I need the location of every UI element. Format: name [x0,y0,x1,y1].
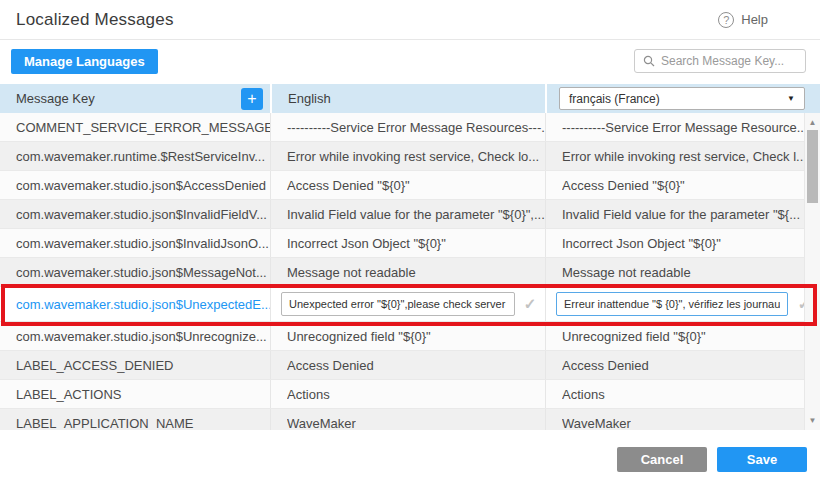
table-row[interactable]: com.wavemaker.studio.json$AccessDeniedAc… [0,171,820,200]
language-select[interactable]: français (France) ▼ [559,87,805,110]
english-cell[interactable]: Access Denied "${0}" [270,171,545,199]
french-text: Message not readable [562,265,691,280]
english-text: WaveMaker [287,416,356,431]
message-key-text: com.wavemaker.studio.json$AccessDenied [16,178,266,193]
english-text: Actions [287,387,330,402]
table-row[interactable]: COMMENT_SERVICE_ERROR_MESSAGES----------… [0,113,820,142]
french-text: Actions [562,387,605,402]
message-key-cell[interactable]: LABEL_APPLICATION_NAME [0,409,270,430]
column-header-english: English [270,84,545,113]
column-header-language: français (France) ▼ [545,84,820,113]
table-row[interactable]: com.wavemaker.studio.json$Unrecognize...… [0,322,820,351]
message-key-link[interactable]: com.wavemaker.studio.json$UnexpectedE... [16,297,270,312]
footer: Cancel Save [0,430,820,487]
french-edit-input[interactable] [556,292,788,316]
english-cell[interactable]: Actions [270,380,545,408]
scroll-down-icon[interactable]: ▼ [805,416,820,425]
english-text: Access Denied "${0}" [287,178,410,193]
french-text: Invalid Field value for the parameter "$… [562,207,800,222]
french-cell[interactable]: Error while invoking rest service, Check… [545,142,820,170]
message-key-cell[interactable]: com.wavemaker.studio.json$InvalidFieldV.… [0,200,270,228]
table-header: Message Key + English français (France) … [0,84,820,113]
english-text: Message not readable [287,265,416,280]
message-key-text: com.wavemaker.studio.json$InvalidFieldV.… [16,207,267,222]
french-cell[interactable]: Access Denied [545,351,820,379]
message-key-cell[interactable]: LABEL_ACCESS_DENIED [0,351,270,379]
message-key-cell[interactable]: com.wavemaker.runtime.$RestServiceInv... [0,142,270,170]
message-key-text: LABEL_ACCESS_DENIED [16,358,174,373]
toolbar: Manage Languages [0,40,820,84]
table-row[interactable]: com.wavemaker.studio.json$InvalidJsonO..… [0,229,820,258]
english-cell[interactable]: WaveMaker [270,409,545,430]
french-text: ----------Service Error Message Resource… [562,120,808,135]
english-text: Access Denied [287,358,374,373]
french-cell[interactable]: ----------Service Error Message Resource… [545,113,820,141]
language-selected-value: français (France) [569,92,660,106]
search-icon [643,55,655,67]
message-key-cell[interactable]: COMMENT_SERVICE_ERROR_MESSAGES [0,113,270,141]
french-text: Unrecognized field "${0}" [562,329,706,344]
french-cell[interactable]: Access Denied "${0}" [545,171,820,199]
english-text: Error while invoking rest service, Check… [287,149,539,164]
table-row[interactable]: com.wavemaker.studio.json$MessageNot...M… [0,258,820,287]
french-cell[interactable]: Actions [545,380,820,408]
scroll-up-icon[interactable]: ▲ [805,118,820,127]
table-row[interactable]: LABEL_APPLICATION_NAMEWaveMakerWaveMaker [0,409,820,430]
message-key-text: com.wavemaker.runtime.$RestServiceInv... [16,149,265,164]
vertical-scrollbar[interactable]: ▲ ▼ [804,113,820,430]
english-text: Invalid Field value for the parameter "$… [287,207,545,222]
page-title: Localized Messages [16,10,174,30]
help-icon: ? [718,12,734,28]
english-cell[interactable]: Message not readable [270,258,545,286]
table-row[interactable]: LABEL_ACTIONSActionsActions [0,380,820,409]
help-label: Help [741,12,768,27]
manage-languages-button[interactable]: Manage Languages [11,49,158,74]
french-edit-cell: ✓ [545,287,820,321]
french-cell[interactable]: Invalid Field value for the parameter "$… [545,200,820,228]
english-text: Incorrect Json Object "${0}" [287,236,446,251]
message-key-cell[interactable]: LABEL_ACTIONS [0,380,270,408]
english-text: Unrecognized field "${0}" [287,329,431,344]
message-key-text: com.wavemaker.studio.json$MessageNot... [16,265,267,280]
french-text: WaveMaker [562,416,631,431]
table-rows: COMMENT_SERVICE_ERROR_MESSAGES----------… [0,113,820,430]
french-cell[interactable]: Incorrect Json Object "${0}" [545,229,820,257]
message-key-cell[interactable]: com.wavemaker.studio.json$AccessDenied [0,171,270,199]
french-cell[interactable]: Message not readable [545,258,820,286]
french-text: Access Denied [562,358,649,373]
message-key-text: COMMENT_SERVICE_ERROR_MESSAGES [16,120,270,135]
save-button[interactable]: Save [717,447,807,472]
confirm-check-icon[interactable]: ✓ [515,295,545,313]
french-text: Incorrect Json Object "${0}" [562,236,721,251]
cancel-button[interactable]: Cancel [617,447,707,472]
add-message-key-button[interactable]: + [241,88,263,110]
message-key-cell[interactable]: com.wavemaker.studio.json$UnexpectedE... [0,287,270,321]
caret-down-icon: ▼ [787,94,795,103]
english-edit-input[interactable] [281,292,515,316]
message-key-cell[interactable]: com.wavemaker.studio.json$InvalidJsonO..… [0,229,270,257]
english-cell[interactable]: ----------Service Error Message Resource… [270,113,545,141]
english-cell[interactable]: Incorrect Json Object "${0}" [270,229,545,257]
english-edit-cell: ✓ [270,287,545,321]
message-key-text: com.wavemaker.studio.json$Unrecognize... [16,329,267,344]
scrollbar-thumb[interactable] [807,130,818,203]
message-key-text: com.wavemaker.studio.json$InvalidJsonO..… [16,236,269,251]
table-row[interactable]: com.wavemaker.studio.json$InvalidFieldV.… [0,200,820,229]
english-cell[interactable]: Error while invoking rest service, Check… [270,142,545,170]
message-key-cell[interactable]: com.wavemaker.studio.json$Unrecognize... [0,322,270,350]
help-button[interactable]: ? Help [718,12,768,28]
french-cell[interactable]: Unrecognized field "${0}" [545,322,820,350]
message-key-column-label: Message Key [16,91,95,106]
header: Localized Messages ? Help [0,0,820,40]
french-text: Access Denied "${0}" [562,178,685,193]
english-cell[interactable]: Access Denied [270,351,545,379]
english-cell[interactable]: Invalid Field value for the parameter "$… [270,200,545,228]
search-input[interactable] [661,54,797,68]
english-cell[interactable]: Unrecognized field "${0}" [270,322,545,350]
table-row[interactable]: LABEL_ACCESS_DENIEDAccess DeniedAccess D… [0,351,820,380]
table-row[interactable]: com.wavemaker.runtime.$RestServiceInv...… [0,142,820,171]
table-row[interactable]: com.wavemaker.studio.json$UnexpectedE...… [0,287,820,322]
french-cell[interactable]: WaveMaker [545,409,820,430]
search-box[interactable] [634,49,806,73]
message-key-cell[interactable]: com.wavemaker.studio.json$MessageNot... [0,258,270,286]
